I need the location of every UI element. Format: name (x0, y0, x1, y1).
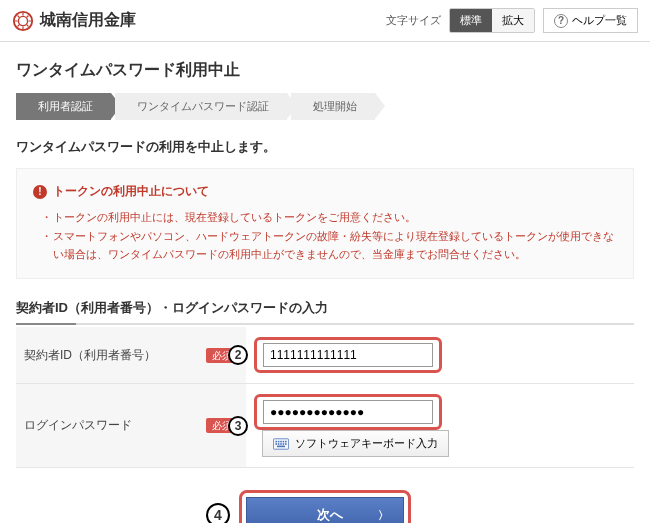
question-icon: ? (554, 14, 568, 28)
svg-rect-12 (285, 443, 287, 445)
required-cell: 必須 3 (186, 384, 246, 468)
header-controls: 文字サイズ 標準 拡大 ? ヘルプ一覧 (386, 8, 638, 33)
submit-row: 4 次へ 〉 (16, 490, 634, 523)
notice-title-text: トークンの利用中止について (53, 183, 209, 200)
svg-rect-5 (280, 440, 282, 442)
contract-id-input[interactable] (263, 343, 433, 367)
notice-item: トークンの利用中止には、現在登録しているトークンをご用意ください。 (41, 208, 617, 227)
font-standard-button[interactable]: 標準 (450, 9, 492, 32)
input-cell (246, 327, 634, 384)
table-row: ログインパスワード 必須 3 ソフトウェアキーボード入力 (16, 384, 634, 468)
software-keyboard-button[interactable]: ソフトウェアキーボード入力 (262, 430, 449, 457)
svg-rect-9 (278, 443, 280, 445)
svg-point-1 (18, 16, 27, 25)
next-button[interactable]: 次へ 〉 (246, 497, 404, 523)
svg-rect-8 (275, 443, 277, 445)
step-2: ワンタイムパスワード認証 (115, 93, 287, 120)
svg-rect-3 (275, 440, 277, 442)
notice-title: ! トークンの利用中止について (33, 183, 617, 200)
logo: 城南信用金庫 (12, 10, 136, 32)
form-table: 契約者ID（利用者番号） 必須 2 ログインパスワード 必須 3 (16, 327, 634, 468)
field-label: 契約者ID（利用者番号） (16, 327, 186, 384)
callout-2: 2 (228, 345, 248, 365)
callout-4: 4 (206, 503, 230, 523)
font-size-group: 標準 拡大 (449, 8, 535, 33)
required-cell: 必須 2 (186, 327, 246, 384)
font-large-button[interactable]: 拡大 (492, 9, 534, 32)
notice-box: ! トークンの利用中止について トークンの利用中止には、現在登録しているトークン… (16, 168, 634, 279)
field-label: ログインパスワード (16, 384, 186, 468)
logo-text: 城南信用金庫 (40, 10, 136, 31)
help-label: ヘルプ一覧 (572, 13, 627, 28)
step-1: 利用者認証 (16, 93, 111, 120)
svg-rect-11 (283, 443, 285, 445)
input-cell: ソフトウェアキーボード入力 (246, 384, 634, 468)
notice-list: トークンの利用中止には、現在登録しているトークンをご用意ください。 スマートフォ… (33, 208, 617, 264)
input-highlight (254, 337, 442, 373)
page-title: ワンタイムパスワード利用中止 (16, 60, 634, 81)
svg-rect-7 (285, 440, 287, 442)
chevron-right-icon: 〉 (378, 508, 389, 523)
main-content: ワンタイムパスワード利用中止 利用者認証 ワンタイムパスワード認証 処理開始 ワ… (0, 42, 650, 523)
password-input[interactable] (263, 400, 433, 424)
warning-icon: ! (33, 185, 47, 199)
notice-item: スマートフォンやパソコン、ハードウェアトークンの故障・紛失等により現在登録してい… (41, 227, 617, 264)
keyboard-icon (273, 438, 289, 450)
font-size-label: 文字サイズ (386, 13, 441, 28)
step-3: 処理開始 (291, 93, 375, 120)
help-button[interactable]: ? ヘルプ一覧 (543, 8, 638, 33)
form-section-title: 契約者ID（利用者番号）・ログインパスワードの入力 (16, 299, 634, 325)
callout-3: 3 (228, 416, 248, 436)
next-label: 次へ (317, 507, 343, 522)
bank-logo-icon (12, 10, 34, 32)
stepper: 利用者認証 ワンタイムパスワード認証 処理開始 (16, 93, 634, 120)
svg-rect-13 (277, 445, 285, 447)
app-header: 城南信用金庫 文字サイズ 標準 拡大 ? ヘルプ一覧 (0, 0, 650, 42)
submit-highlight: 4 次へ 〉 (239, 490, 411, 523)
swkb-label: ソフトウェアキーボード入力 (295, 436, 438, 451)
svg-rect-10 (280, 443, 282, 445)
table-row: 契約者ID（利用者番号） 必須 2 (16, 327, 634, 384)
svg-rect-6 (283, 440, 285, 442)
subheading: ワンタイムパスワードの利用を中止します。 (16, 138, 634, 156)
svg-rect-4 (278, 440, 280, 442)
input-highlight (254, 394, 442, 430)
